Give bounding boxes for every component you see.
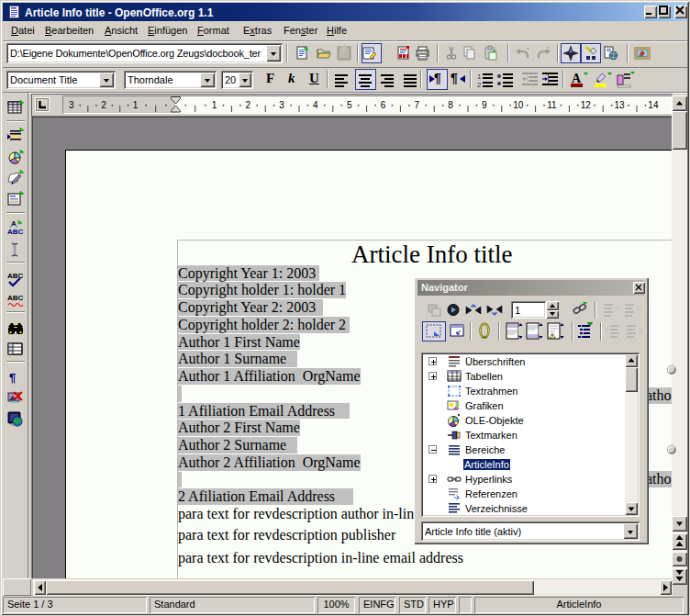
svg-text:ABC: ABC [7,228,24,236]
svg-text:3: 3 [69,100,74,110]
svg-text:12: 12 [581,100,592,110]
svg-text:13: 13 [615,100,626,110]
svg-text:10: 10 [513,100,524,110]
svg-text:4: 4 [313,100,318,110]
svg-text:11: 11 [547,100,557,110]
svg-text:1: 1 [477,73,482,81]
svg-text:1: 1 [133,100,139,110]
svg-text:ABC: ABC [7,294,24,302]
svg-text:9: 9 [482,100,487,110]
svg-text:8: 8 [448,100,453,110]
svg-text:ABC: ABC [7,272,24,280]
svg-text:A: A [572,72,582,85]
svg-text:3: 3 [279,100,284,110]
svg-text:5: 5 [347,100,352,110]
svg-text:6: 6 [381,100,386,110]
svg-text:2: 2 [101,100,106,110]
svg-text:2: 2 [477,81,482,88]
svg-text:14: 14 [648,100,659,110]
svg-text:2: 2 [246,100,251,110]
svg-text:1: 1 [212,100,217,110]
svg-text:7: 7 [415,100,420,110]
